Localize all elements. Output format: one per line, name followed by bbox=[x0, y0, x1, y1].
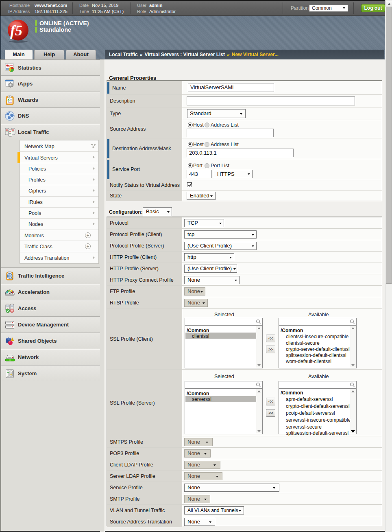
svg-text:f5: f5 bbox=[10, 22, 22, 39]
